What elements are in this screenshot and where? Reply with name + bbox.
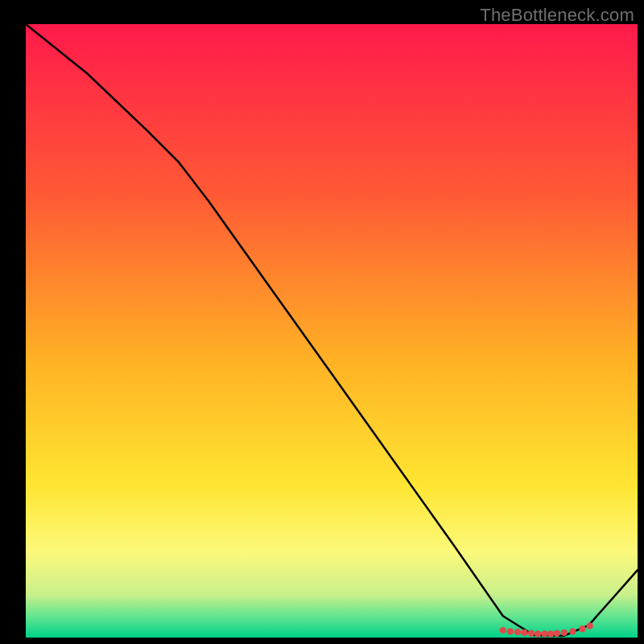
marker-dot	[569, 628, 576, 634]
marker-dot	[528, 630, 535, 637]
marker-dot	[535, 630, 541, 637]
marker-dot	[507, 628, 514, 634]
plot-background	[26, 24, 638, 638]
marker-dot	[579, 625, 585, 632]
marker-dot	[554, 630, 560, 637]
marker-dot	[561, 630, 568, 636]
marker-dot	[587, 622, 593, 629]
marker-dot	[541, 630, 547, 637]
marker-dot	[521, 630, 527, 636]
chart-stage: TheBottleneck.com	[0, 0, 644, 644]
marker-dot	[547, 630, 554, 637]
marker-dot	[514, 629, 521, 635]
marker-dot	[500, 627, 506, 634]
chart-svg	[0, 0, 644, 644]
